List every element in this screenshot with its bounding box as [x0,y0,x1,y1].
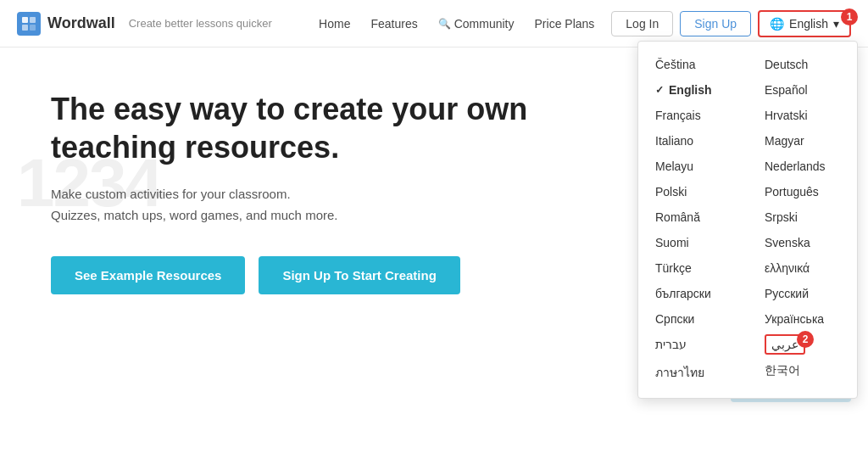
lang-item-pt[interactable]: Português [748,179,857,204]
hero-buttons: See Example Resources Sign Up To Start C… [51,256,542,294]
lang-col-2: DeutschEspañolHrvatskiMagyarNederlandsPo… [748,52,857,388]
language-grid: Čeština✓ EnglishFrançaisItalianoMelayuPo… [638,52,857,388]
hero-desc1: Make custom activities for your classroo… [51,187,542,201]
lang-item-sv[interactable]: Svenska [748,230,857,255]
lang-label: Hrvatski [765,109,808,122]
lang-label: English [669,83,712,97]
lang-label: Melayu [655,159,693,173]
badge-2: 2 [797,331,814,348]
language-button[interactable]: 🌐 English ▾ [758,10,851,37]
hero-desc2: Quizzes, match ups, word games, and much… [51,208,542,222]
lang-label: Türkçe [655,261,692,275]
logo-icon [17,12,41,36]
hero-content: The easy way to create your own teaching… [51,90,542,294]
lang-item-th[interactable]: ภาษาไทย [638,357,748,388]
lang-item-en[interactable]: ✓ English [638,77,748,103]
logo-text: Wordwall [47,14,115,32]
lang-item-tr[interactable]: Türkçe [638,255,748,281]
lang-item-nl[interactable]: Nederlands [748,154,857,179]
badge-2-wrapper: عربي2 [765,338,805,351]
language-label: English [789,17,828,31]
lang-item-fi[interactable]: Suomi [638,230,748,255]
language-button-wrapper: 🌐 English ▾ 1 [758,10,851,37]
lang-item-sr[interactable]: Српски [638,306,748,332]
svg-rect-2 [22,25,28,31]
lang-item-hr[interactable]: Hrvatski [748,103,857,128]
lang-label: Português [765,185,819,199]
hero-title: The easy way to create your own teaching… [51,90,542,166]
nav-home[interactable]: Home [319,17,350,31]
lang-label: Svenska [765,236,810,249]
lang-item-sr2[interactable]: Srpski [748,204,857,230]
lang-item-el[interactable]: ελληνικά [748,255,857,281]
lang-label: Deutsch [765,58,808,71]
lang-label: Українська [765,312,824,326]
lang-item-ko[interactable]: 한국어 [748,357,857,384]
lang-item-bg[interactable]: български [638,281,748,306]
lang-item-ro[interactable]: Română [638,204,748,230]
lang-label: Српски [655,312,694,326]
lang-label: 한국어 [765,363,800,378]
lang-label: עברית [655,338,687,351]
lang-item-ru[interactable]: Русский [748,281,857,306]
svg-rect-0 [22,17,28,23]
lang-label: Nederlands [765,159,826,173]
lang-label: български [655,287,711,300]
lang-label: Čeština [655,58,695,71]
lang-item-it[interactable]: Italiano [638,128,748,154]
tagline: Create better lessons quicker [129,17,272,30]
login-button[interactable]: Log In [611,11,673,36]
signup-button[interactable]: Sign Up [680,11,751,36]
check-icon: ✓ [655,84,664,96]
language-dropdown: Čeština✓ EnglishFrançaisItalianoMelayuPo… [637,41,858,399]
lang-col-1: Čeština✓ EnglishFrançaisItalianoMelayuPo… [638,52,748,388]
svg-rect-3 [30,25,36,31]
lang-item-fr[interactable]: Français [638,103,748,128]
main-nav: Home Features 🔍 Community Price Plans [319,17,594,31]
search-icon: 🔍 [438,18,451,30]
hero-signup-button[interactable]: Sign Up To Start Creating [259,256,459,294]
lang-item-ar[interactable]: عربي2 [748,332,857,357]
logo[interactable]: Wordwall [17,12,115,36]
lang-label: Français [655,109,701,122]
example-resources-button[interactable]: See Example Resources [51,256,245,294]
screen: Wordwall Create better lessons quicker H… [0,0,868,470]
lang-item-ms[interactable]: Melayu [638,154,748,179]
lang-item-uk[interactable]: Українська [748,306,857,332]
wordwall-logo-svg [21,16,36,31]
chevron-down-icon: ▾ [833,17,839,31]
lang-item-hu[interactable]: Magyar [748,128,857,154]
globe-icon: 🌐 [770,17,784,31]
lang-label: Srpski [765,210,798,224]
lang-item-cs[interactable]: Čeština [638,52,748,77]
badge-1: 1 [841,8,858,25]
lang-item-es[interactable]: Español [748,77,857,103]
lang-item-de[interactable]: Deutsch [748,52,857,77]
nav-features[interactable]: Features [370,17,417,31]
lang-item-he[interactable]: עברית [638,332,748,357]
lang-label: Italiano [655,134,693,148]
lang-item-pl[interactable]: Polski [638,179,748,204]
nav-community[interactable]: 🔍 Community [438,17,515,31]
lang-label: Suomi [655,236,689,249]
lang-label: ภาษาไทย [655,363,704,382]
nav-price-plans[interactable]: Price Plans [535,17,595,31]
lang-label: Español [765,83,808,97]
lang-label: ελληνικά [765,261,810,275]
lang-label: Русский [765,287,809,300]
svg-rect-1 [30,17,36,23]
lang-label: Română [655,210,700,224]
header-actions: Log In Sign Up 🌐 English ▾ 1 [611,10,851,37]
lang-label: Magyar [765,134,804,148]
lang-label: Polski [655,185,687,199]
